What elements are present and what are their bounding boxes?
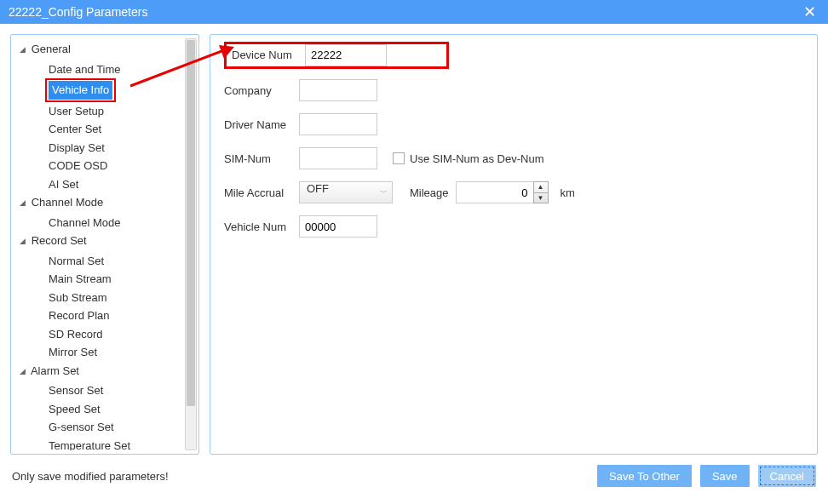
row-device-num: Device Num (224, 45, 803, 67)
tree-item-channel-mode[interactable]: Channel Mode (16, 214, 183, 232)
chevron-down-icon: ◢ (20, 41, 28, 60)
label-use-sim-as-dev: Use SIM-Num as Dev-Num (410, 152, 543, 165)
annotation-highlight-device: Device Num (224, 42, 449, 69)
scrollbar-thumb[interactable] (187, 40, 195, 406)
label-mile-accrual: Mile Accrual (224, 186, 299, 199)
nav-tree: ◢ General Date and Time Vehicle Info Use… (13, 38, 197, 450)
label-company: Company (224, 84, 299, 97)
row-vehicle-num: Vehicle Num (224, 215, 803, 238)
chevron-down-icon: ◢ (20, 194, 28, 213)
row-driver-name: Driver Name (224, 113, 803, 135)
label-unit-km: km (561, 186, 575, 199)
row-company: Company (224, 79, 803, 101)
main-panel: Device Num Company Driver Name SIM-Num U… (210, 34, 818, 455)
tree-group-record-set[interactable]: ◢ Record Set (16, 232, 183, 252)
mileage-spinner[interactable]: ▲ ▼ (533, 181, 549, 203)
spinner-up-icon[interactable]: ▲ (534, 182, 548, 193)
content-area: ◢ General Date and Time Vehicle Info Use… (0, 24, 828, 458)
tree-group-alarm-set[interactable]: ◢ Alarm Set (16, 362, 183, 382)
input-mileage[interactable] (456, 181, 534, 203)
tree-item-date-and-time[interactable]: Date and Time (16, 60, 183, 79)
tree-panel: ◢ General Date and Time Vehicle Info Use… (10, 34, 199, 455)
tree-item-record-plan[interactable]: Record Plan (16, 306, 183, 325)
input-vehicle-num[interactable] (299, 215, 377, 238)
tree-item-user-setup[interactable]: User Setup (16, 102, 183, 121)
row-mile-accrual: Mile Accrual OFF ﹀ Mileage ▲ ▼ km (224, 181, 803, 203)
chevron-down-icon: ◢ (20, 232, 28, 251)
label-device-num: Device Num (227, 49, 305, 61)
input-company[interactable] (299, 79, 377, 101)
save-button[interactable]: Save (700, 465, 750, 487)
tree-item-g-sensor-set[interactable]: G-sensor Set (16, 418, 183, 437)
tree-item-sd-record[interactable]: SD Record (16, 325, 183, 344)
tree-item-center-set[interactable]: Center Set (16, 120, 183, 139)
titlebar: 22222_Config Parameters ✕ (0, 0, 828, 24)
annotation-highlight: Vehicle Info (45, 78, 116, 102)
tree-item-temperature-set[interactable]: Temperature Set (16, 437, 183, 451)
footer-buttons: Save To Other Save Cancel (597, 465, 816, 487)
tree-item-sub-stream[interactable]: Sub Stream (16, 289, 183, 307)
tree-item-speed-set[interactable]: Speed Set (16, 400, 183, 419)
input-driver-name[interactable] (299, 113, 377, 135)
save-to-other-button[interactable]: Save To Other (597, 465, 692, 487)
label-mileage: Mileage (410, 186, 449, 199)
tree-item-main-stream[interactable]: Main Stream (16, 270, 183, 289)
cancel-button[interactable]: Cancel (758, 465, 816, 487)
input-sim-num[interactable] (299, 147, 377, 169)
select-mile-accrual[interactable]: OFF ﹀ (299, 181, 393, 203)
tree-scroll: ◢ General Date and Time Vehicle Info Use… (13, 38, 197, 450)
footer: Only save modified parameters! Save To O… (0, 458, 828, 494)
tree-item-sensor-set[interactable]: Sensor Set (16, 381, 183, 400)
close-icon[interactable]: ✕ (800, 3, 819, 21)
tree-item-ai-set[interactable]: AI Set (16, 175, 183, 194)
tree-item-display-set[interactable]: Display Set (16, 139, 183, 158)
tree-item-code-osd[interactable]: CODE OSD (16, 157, 183, 175)
tree-group-general[interactable]: ◢ General (16, 40, 183, 60)
chevron-down-icon: ◢ (20, 363, 28, 381)
tree-item-mirror-set[interactable]: Mirror Set (16, 343, 183, 362)
label-sim-num: SIM-Num (224, 152, 299, 165)
label-driver-name: Driver Name (224, 118, 299, 131)
label-vehicle-num: Vehicle Num (224, 220, 299, 233)
status-text: Only save modified parameters! (12, 470, 169, 483)
input-device-num[interactable] (305, 44, 387, 66)
row-sim-num: SIM-Num Use SIM-Num as Dev-Num (224, 147, 803, 169)
checkbox-use-sim-as-dev[interactable] (393, 152, 405, 164)
tree-item-vehicle-info[interactable]: Vehicle Info (16, 78, 183, 102)
spinner-down-icon[interactable]: ▼ (534, 193, 548, 203)
tree-group-channel-mode[interactable]: ◢ Channel Mode (16, 193, 183, 214)
window-title: 22222_Config Parameters (9, 5, 147, 19)
tree-item-normal-set[interactable]: Normal Set (16, 252, 183, 271)
tree-scrollbar[interactable] (185, 38, 197, 450)
